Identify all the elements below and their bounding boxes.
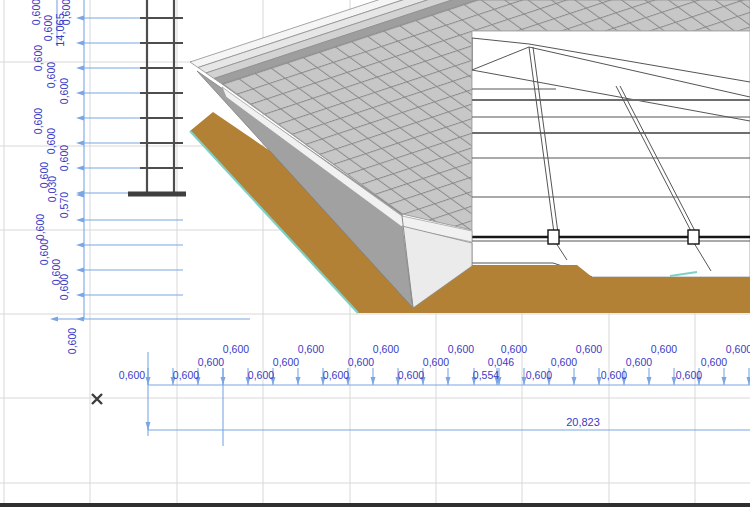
dimension-label: 0,030 (46, 176, 58, 202)
dimension-label: 0,600 (676, 369, 702, 381)
dimension-label: 0,600 (45, 128, 57, 154)
dimension-label: 0,600 (601, 369, 627, 381)
dimension-label: 0,600 (32, 45, 44, 71)
origin-cross-marker[interactable] (92, 394, 102, 404)
dimension-label: 0,570 (58, 192, 70, 218)
total-dimension-left: 14,065 (54, 13, 66, 47)
connector-symbol (548, 230, 559, 244)
dimension-label: 0,600 (373, 343, 399, 355)
dimension-label: 0,600 (223, 343, 249, 355)
detail-panel-window[interactable] (472, 31, 750, 277)
dimension-label: 0,554 (473, 369, 499, 381)
dimension-label: 0,600 (726, 343, 750, 355)
dimension-label: 0,600 (32, 108, 44, 134)
dimension-label: 0,600 (119, 369, 145, 381)
dimension-label: 0,600 (173, 369, 199, 381)
dimension-label: 0,600 (198, 356, 224, 368)
dimension-label: 0,600 (45, 62, 57, 88)
dimension-label: 0,600 (423, 356, 449, 368)
viewport-bottom-edge (0, 503, 750, 507)
dimension-label: 0,600 (42, 15, 54, 41)
dimension-label: 0,600 (576, 343, 602, 355)
cad-3d-document-view[interactable]: 0,6000,6000,6000,6000,6000,6000,6000,600… (0, 0, 750, 507)
dimension-label: 0,600 (58, 145, 70, 171)
dimension-label: 0,600 (34, 214, 46, 240)
dimension-label: 0,600 (651, 343, 677, 355)
dimension-label: 0,600 (58, 78, 70, 104)
dimension-label: 0,600 (298, 343, 324, 355)
total-dimension-bottom: 20,823 (566, 416, 600, 428)
dimension-label: 0,600 (30, 0, 42, 25)
dimension-label: 0,046 (488, 356, 514, 368)
dimension-label: 0,600 (66, 328, 78, 354)
dimension-label: 0,600 (348, 356, 374, 368)
dimension-label: 0,600 (273, 356, 299, 368)
dimension-label: 0,600 (398, 369, 424, 381)
dimension-label: 0,600 (526, 369, 552, 381)
dimension-label: 0,600 (58, 274, 70, 300)
connector-symbol (688, 230, 699, 244)
detail-panel-frame[interactable] (472, 31, 750, 277)
dimension-label: 0,600 (323, 369, 349, 381)
dimension-label: 0,600 (501, 343, 527, 355)
dimension-label: 0,600 (248, 369, 274, 381)
dimension-label: 0,600 (448, 343, 474, 355)
dimension-label: 0,600 (551, 356, 577, 368)
dimension-label: 0,600 (38, 239, 50, 265)
dimension-label: 0,600 (626, 356, 652, 368)
dimension-label: 0,600 (701, 356, 727, 368)
drawing-canvas[interactable]: 0,6000,6000,6000,6000,6000,6000,6000,600… (0, 0, 750, 507)
